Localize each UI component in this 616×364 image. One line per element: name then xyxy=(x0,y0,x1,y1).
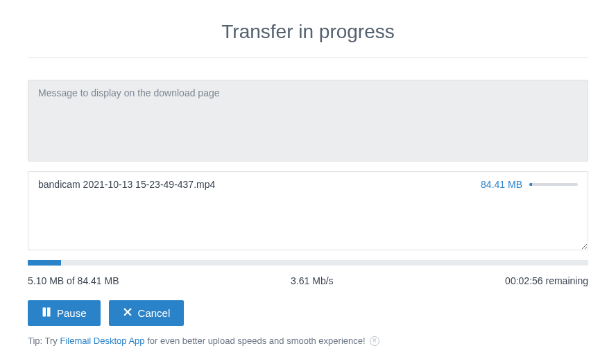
speed-stat: 3.61 Mb/s xyxy=(291,275,333,286)
file-right-group: 84.41 MB xyxy=(481,179,578,190)
pause-button[interactable]: Pause xyxy=(28,300,101,326)
overall-progress-bar xyxy=(28,260,588,266)
svg-rect-0 xyxy=(43,308,46,316)
tip-close-icon[interactable]: ✕ xyxy=(370,336,379,346)
divider xyxy=(28,57,588,58)
file-name: bandicam 2021-10-13 15-23-49-437.mp4 xyxy=(38,179,215,190)
close-icon xyxy=(123,307,132,319)
uploaded-stat: 5.10 MB of 84.41 MB xyxy=(28,275,119,286)
file-progress-fill xyxy=(529,183,532,186)
svg-rect-1 xyxy=(48,308,51,316)
tip-prefix: Tip: Try xyxy=(28,336,60,346)
tip-suffix: for even better upload speeds and smooth… xyxy=(145,336,366,346)
tip-row: Tip: Try Filemail Desktop App for even b… xyxy=(28,336,588,346)
stats-row: 5.10 MB of 84.41 MB 3.61 Mb/s 00:02:56 r… xyxy=(28,275,588,286)
cancel-button-label: Cancel xyxy=(138,307,171,319)
tip-text: Tip: Try Filemail Desktop App for even b… xyxy=(28,336,366,346)
page-title: Transfer in progress xyxy=(28,21,588,43)
cancel-button[interactable]: Cancel xyxy=(109,300,185,326)
file-list: bandicam 2021-10-13 15-23-49-437.mp4 84.… xyxy=(28,171,588,250)
file-progress-bar xyxy=(529,183,578,186)
button-row: Pause Cancel xyxy=(28,300,588,326)
download-message-input[interactable] xyxy=(28,80,588,162)
tip-link[interactable]: Filemail Desktop App xyxy=(60,336,144,346)
file-size: 84.41 MB xyxy=(481,179,522,190)
remaining-stat: 00:02:56 remaining xyxy=(505,275,588,286)
overall-progress-fill xyxy=(28,260,61,266)
file-row: bandicam 2021-10-13 15-23-49-437.mp4 84.… xyxy=(38,179,578,190)
pause-button-label: Pause xyxy=(57,307,87,319)
pause-icon xyxy=(42,307,51,319)
